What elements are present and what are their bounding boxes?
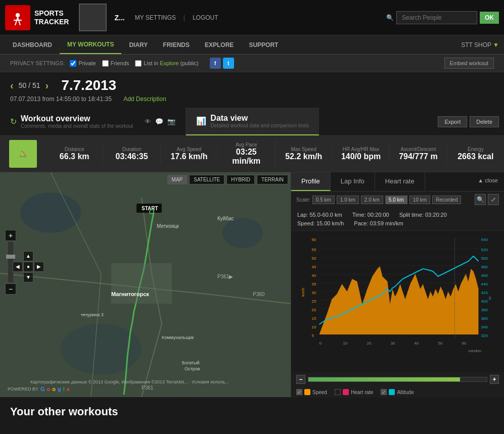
tab-workout-overview[interactable]: ↻ Workout overview Comments, media and o…	[0, 108, 186, 135]
svg-text:km/h: km/h	[301, 288, 305, 297]
chart-zoom-out-button[interactable]: −	[296, 375, 305, 384]
data-view-tabs: Profile Lap Info Heart rate ▲ close	[291, 172, 504, 191]
map-svg: Метизяцк Куйбас Магнитогорск •ичурина 3 …	[0, 172, 291, 397]
chart-scroll-bar: − +	[291, 372, 504, 387]
scale-10km[interactable]: 1.0 km	[337, 196, 359, 204]
tab-lap-info[interactable]: Lap Info	[331, 172, 375, 191]
logout-link[interactable]: LOGOUT	[193, 14, 218, 21]
map-up-button[interactable]: ▲	[23, 251, 33, 261]
hr-label: HR Avg/HR Max	[337, 147, 385, 152]
fullscreen-button[interactable]: ⤢	[488, 194, 499, 205]
embed-workout-button[interactable]: Embed workout	[444, 58, 494, 69]
avg-pace-value: 03:25 min/km	[222, 148, 270, 166]
svg-text:440: 440	[481, 282, 488, 286]
svg-text:•ичурина 3: •ичурина 3	[81, 312, 104, 317]
zoom-in-button[interactable]: +	[5, 230, 16, 241]
close-data-view[interactable]: ▲ close	[472, 172, 504, 191]
nav-diary[interactable]: DIARY	[121, 36, 155, 54]
map-btn-satellite[interactable]: SATELLITE	[189, 175, 224, 184]
heart-rate-color	[343, 389, 349, 395]
svg-text:360: 360	[481, 316, 488, 321]
svg-text:400: 400	[481, 299, 488, 304]
map-type-buttons: MAP SATELLITE HYBRID TERRAIN	[167, 175, 288, 184]
chart-scroll-track[interactable]	[308, 377, 487, 382]
nav-my-workouts[interactable]: MY WORKOUTS	[60, 36, 121, 54]
data-panel: Profile Lap Info Heart rate ▲ close Scal…	[291, 172, 504, 398]
powered-by: POWERED BY Google	[8, 386, 70, 392]
map-btn-map[interactable]: MAP	[167, 175, 188, 184]
map-background: Метизяцк Куйбас Магнитогорск •ичурина 3 …	[0, 172, 291, 397]
scale-100km[interactable]: 10 km	[409, 196, 430, 204]
chart-legend: ✓ Speed Heart rate ✓ Altitude	[291, 387, 504, 398]
scale-20km[interactable]: 2.0 km	[361, 196, 383, 204]
nav-friends[interactable]: FRIENDS	[155, 36, 197, 54]
map-btn-hybrid[interactable]: HYBRID	[226, 175, 255, 184]
bike-icon: 🚴	[9, 140, 37, 168]
twitter-button[interactable]: t	[223, 58, 234, 69]
privacy-explore[interactable]: List in Explore (public)	[135, 60, 198, 67]
altitude-toggle[interactable]: ✓	[381, 389, 387, 395]
svg-text:55: 55	[312, 248, 316, 252]
nav-dashboard[interactable]: DASHBOARD	[5, 36, 60, 54]
privacy-friends[interactable]: Friends	[102, 60, 129, 67]
speed-legend-label: Speed	[312, 390, 327, 395]
svg-rect-5	[111, 263, 172, 304]
map-right-button[interactable]: ▶	[34, 262, 44, 272]
svg-text:P361▶: P361▶	[217, 274, 233, 279]
logo-text: SPORTS TRACKER	[34, 9, 69, 26]
header-links: MY SETTINGS | LOGOUT	[135, 14, 218, 21]
privacy-private[interactable]: Private	[70, 60, 96, 67]
chart-area: 60 55 50 45 40 35 30 25 20 15 10 5 km/h …	[291, 231, 504, 372]
svg-text:480: 480	[481, 265, 488, 269]
energy-label: Energy	[451, 147, 500, 152]
stt-shop-link[interactable]: STT SHOP	[461, 41, 491, 49]
search-area: 🔍 OK	[386, 11, 499, 24]
heart-rate-toggle[interactable]	[335, 389, 341, 395]
map-left-button[interactable]: ◀	[13, 262, 23, 272]
action-buttons: Export Delete	[438, 108, 504, 135]
map-btn-terrain[interactable]: TERRAIN	[257, 175, 288, 184]
nav-explore[interactable]: EXPLORE	[197, 36, 241, 54]
export-button[interactable]: Export	[438, 116, 467, 127]
speed-toggle[interactable]: ✓	[296, 389, 302, 395]
next-workout-button[interactable]: ›	[45, 80, 49, 91]
search-input[interactable]	[396, 11, 477, 24]
nav-support[interactable]: SUPPORT	[241, 36, 286, 54]
svg-text:Богатый: Богатый	[182, 360, 199, 365]
legend-altitude: ✓ Altitude	[381, 389, 414, 395]
scale-recorded[interactable]: Recorded	[432, 196, 461, 204]
svg-point-4	[61, 324, 142, 374]
my-settings-link[interactable]: MY SETTINGS	[135, 14, 176, 21]
social-buttons: f t	[210, 58, 234, 69]
search-icon: 🔍	[386, 14, 394, 21]
stat-avg-pace: Avg Pace 03:25 min/km	[218, 140, 275, 168]
tab-data-view[interactable]: 📊 Data view Detailed workout data and co…	[186, 108, 319, 135]
map-panel: MAP SATELLITE HYBRID TERRAIN	[0, 172, 291, 397]
map-center-button[interactable]: ●	[23, 262, 33, 272]
svg-text:30: 30	[391, 341, 395, 346]
add-description-link[interactable]: Add Description	[123, 95, 166, 103]
prev-workout-button[interactable]: ‹	[10, 80, 14, 91]
chart-scroll-handle[interactable]	[308, 377, 460, 381]
lap-time: Time: 00:20:00	[352, 212, 389, 218]
svg-text:Остров: Остров	[185, 366, 200, 371]
legend-speed: ✓ Speed	[296, 389, 327, 395]
svg-text:520: 520	[481, 248, 488, 252]
zoom-out-button[interactable]: −	[5, 283, 16, 295]
svg-text:50: 50	[312, 256, 316, 261]
duration-label: Duration	[107, 147, 156, 152]
svg-text:P360: P360	[253, 292, 265, 297]
chart-zoom-in-button[interactable]: +	[490, 375, 499, 384]
bike-icon-container: 🚴	[0, 140, 46, 168]
avg-speed-label: Avg Speed	[165, 147, 213, 152]
zoom-in-chart-button[interactable]: 🔍	[475, 194, 486, 205]
scale-50km[interactable]: 5.0 km	[385, 196, 407, 204]
nav-right: STT SHOP ▼	[461, 41, 499, 49]
tab-profile[interactable]: Profile	[291, 172, 331, 191]
scale-05km[interactable]: 0.5 km	[312, 196, 335, 204]
search-button[interactable]: OK	[480, 12, 499, 24]
facebook-button[interactable]: f	[210, 58, 221, 69]
delete-button[interactable]: Delete	[470, 116, 499, 127]
tab-heart-rate[interactable]: Heart rate	[375, 172, 425, 191]
map-down-button[interactable]: ▼	[23, 272, 33, 282]
